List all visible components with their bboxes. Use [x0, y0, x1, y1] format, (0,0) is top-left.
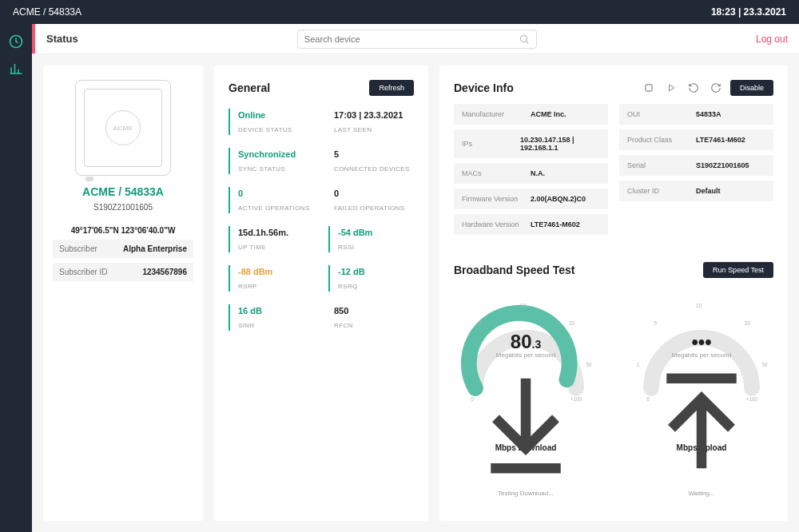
speed-test-header: Broadband Speed Test Run Speed Test [454, 262, 773, 278]
reset-icon[interactable] [708, 80, 724, 96]
reload-icon[interactable] [686, 80, 702, 96]
upload-value: ••• [630, 331, 773, 353]
metric-value: Online [238, 110, 318, 120]
metric-label: RFCN [334, 322, 414, 329]
tile-row: 16 dBSINR850RFCN [229, 304, 414, 331]
info-row: SerialS190Z21001605 [619, 155, 773, 176]
speed-test-section: Broadband Speed Test Run Speed Test 0 1 … [454, 262, 773, 452]
metric-value: -54 dBm [338, 228, 414, 237]
info-value: Default [696, 187, 721, 195]
upload-gauge: 0 1 5 10 20 50 +100 ••• Megabits per sec… [630, 292, 773, 452]
logout-link[interactable]: Log out [756, 34, 788, 45]
subscriber-id-row: Subscriber ID 1234567896 [53, 263, 193, 281]
svg-rect-2 [646, 85, 652, 91]
device-info-grid: ManufacturerACME Inc.IPs10.230.147.158 |… [454, 104, 773, 240]
info-value: N.A. [531, 169, 545, 177]
device-serial: S190Z21001605 [53, 203, 193, 212]
metric-tile: -88 dBmRSRP [229, 265, 314, 292]
tile-row: -88 dBmRSRP-12 dBRSRQ [229, 265, 414, 292]
metric-value: -88 dBm [238, 267, 314, 276]
device-name: ACME / 54833A [53, 185, 193, 198]
info-key: Cluster ID [627, 187, 696, 195]
metric-tile: 0FAILED OPERATIONS [332, 187, 414, 213]
metric-value: 0 [334, 189, 414, 198]
info-value: S190Z21001605 [696, 161, 749, 169]
sub-header: Status Log out [32, 24, 799, 54]
stop-icon[interactable] [641, 80, 657, 96]
svg-text:20: 20 [745, 320, 751, 326]
download-status: Testing Download... [454, 490, 598, 497]
speed-test-title: Broadband Speed Test [454, 264, 574, 276]
info-value: 10.230.147.158 | 192.168.1.1 [520, 136, 600, 152]
info-value: LTE7461-M602 [696, 136, 745, 144]
tile-row: SynchronizedSYNC STATUS5CONNECTED DEVICE… [229, 148, 414, 174]
metric-label: DEVICE STATUS [238, 126, 318, 133]
metric-label: FAILED OPERATIONS [334, 204, 414, 212]
info-row: Firmware Version2.00(ABQN.2)C0 [454, 189, 608, 209]
device-logo: ACME [105, 110, 141, 145]
metric-value: 17:03 | 23.3.2021 [334, 110, 414, 120]
info-row: Product ClassLTE7461-M602 [619, 129, 773, 150]
disable-button[interactable]: Disable [730, 80, 773, 96]
download-unit: Megabits per second [454, 351, 598, 359]
metric-value: 850 [334, 306, 414, 316]
metric-tile: -12 dBRSRQ [328, 265, 414, 292]
info-key: IPs [462, 140, 520, 148]
run-speed-test-button[interactable]: Run Speed Test [703, 262, 773, 278]
general-panel: General Refresh OnlineDEVICE STATUS17:03… [214, 66, 428, 521]
device-info-left: ManufacturerACME Inc.IPs10.230.147.158 |… [454, 104, 608, 240]
metric-label: LAST SEEN [334, 126, 414, 133]
svg-text:10: 10 [520, 303, 527, 308]
gauges-row: 0 1 5 10 20 50 +100 80.3 Megabits per se… [454, 292, 773, 452]
device-info-title: Device Info [454, 81, 514, 94]
info-row: MACsN.A. [454, 163, 608, 184]
tile-row: 15d.1h.56m.UP TIME-54 dBmRSSI [229, 226, 414, 252]
search-box[interactable] [297, 30, 537, 49]
svg-text:5: 5 [479, 320, 482, 326]
info-value: 54833A [696, 110, 721, 118]
metric-label: CONNECTED DEVICES [334, 165, 414, 173]
info-key: Firmware Version [462, 195, 531, 203]
subscriber-row: Subscriber Alpha Enterprise [53, 240, 193, 258]
general-title: General [229, 81, 270, 94]
metric-value: 15d.1h.56m. [238, 228, 314, 237]
info-key: MACs [462, 169, 531, 177]
device-illustration: ACME [75, 80, 171, 176]
info-key: Manufacturer [462, 110, 531, 118]
metric-value: 0 [238, 189, 318, 198]
metric-tile: SynchronizedSYNC STATUS [229, 148, 318, 174]
upload-unit: Megabits per second [630, 351, 773, 359]
metric-tile: OnlineDEVICE STATUS [229, 109, 318, 135]
device-card: ACME ACME / 54833A S190Z21001605 49°17'0… [43, 66, 203, 521]
search-icon [519, 34, 530, 45]
info-key: Serial [627, 161, 696, 169]
info-row: Hardware VersionLTE7461-M602 [454, 214, 608, 235]
right-panel: Device Info Disable ManufacturerACME Inc… [439, 66, 788, 521]
svg-point-1 [520, 35, 527, 42]
search-input[interactable] [304, 34, 519, 44]
info-key: OUI [627, 110, 696, 118]
info-value: LTE7461-M602 [531, 220, 580, 228]
metric-tile: 15d.1h.56m.UP TIME [229, 226, 314, 252]
info-key: Product Class [627, 136, 696, 144]
play-icon[interactable] [663, 80, 679, 96]
metric-tile: 0ACTIVE OPERATIONS [229, 187, 318, 213]
refresh-button[interactable]: Refresh [369, 80, 414, 96]
info-row: Cluster IDDefault [619, 181, 773, 201]
general-tiles: OnlineDEVICE STATUS17:03 | 23.3.2021LAST… [229, 109, 414, 331]
info-row: ManufacturerACME Inc. [454, 104, 608, 125]
metric-value: Synchronized [238, 149, 318, 159]
metric-value: 16 dB [238, 306, 318, 316]
download-arrow-icon [454, 363, 598, 486]
metric-tile: 5CONNECTED DEVICES [332, 148, 414, 174]
info-key: Hardware Version [462, 220, 531, 228]
nav-analytics-icon[interactable] [8, 61, 24, 77]
nav-dashboard-icon[interactable] [8, 34, 24, 50]
clock-date: 18:23 | 23.3.2021 [711, 6, 786, 18]
upload-arrow-icon [630, 363, 773, 486]
download-gauge: 0 1 5 10 20 50 +100 80.3 Megabits per se… [454, 292, 598, 452]
content-area: ACME ACME / 54833A S190Z21001605 49°17'0… [32, 54, 799, 532]
tile-row: OnlineDEVICE STATUS17:03 | 23.3.2021LAST… [229, 109, 414, 135]
metric-label: UP TIME [238, 244, 314, 251]
info-row: IPs10.230.147.158 | 192.168.1.1 [454, 129, 608, 158]
